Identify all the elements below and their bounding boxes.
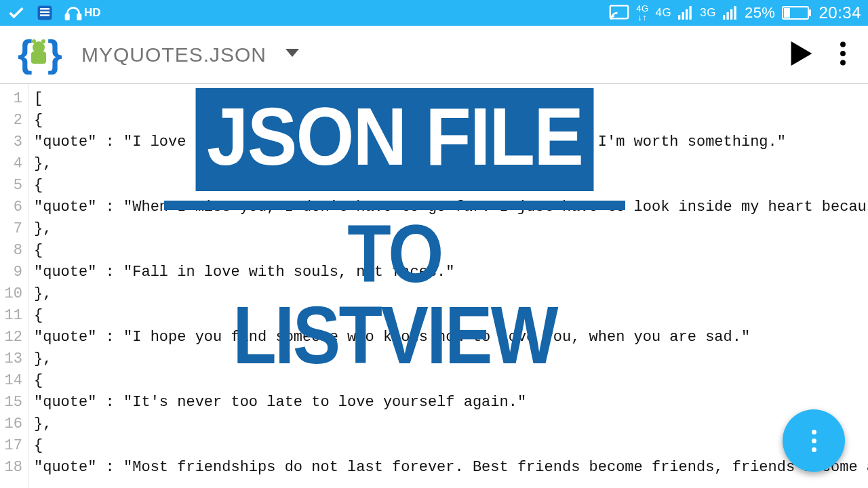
svg-text:{: { [18, 32, 33, 75]
line-number: 15 [0, 392, 22, 413]
code-editor[interactable]: 123456789101112131415161718 [{"quote" : … [0, 84, 868, 488]
line-number: 13 [0, 348, 22, 370]
svg-rect-5 [78, 14, 81, 20]
svg-rect-21 [31, 52, 46, 64]
line-number: 3 [0, 131, 22, 153]
line-number: 2 [0, 110, 22, 131]
svg-rect-2 [40, 12, 50, 13]
list-icon [35, 3, 54, 22]
app-toolbar: { } MYQUOTES.JSON [0, 26, 868, 84]
code-line[interactable]: }, [34, 153, 868, 175]
line-number: 4 [0, 153, 22, 175]
code-line[interactable]: }, [34, 283, 868, 305]
code-line[interactable]: { [34, 370, 868, 392]
code-line[interactable]: { [34, 435, 868, 457]
overflow-menu-icon[interactable] [840, 41, 846, 68]
svg-marker-25 [791, 41, 812, 66]
svg-marker-24 [285, 49, 299, 57]
android-status-bar: HD 4G↓↑ 4G 3G 25% 20:34 [0, 0, 868, 26]
check-icon [7, 3, 26, 22]
code-line[interactable]: "quote" : "Fall in love with souls, not … [34, 262, 868, 283]
line-number: 8 [0, 240, 22, 262]
svg-rect-17 [809, 9, 811, 16]
svg-point-26 [840, 41, 846, 47]
more-vert-icon [812, 430, 816, 452]
svg-rect-13 [730, 9, 732, 20]
line-number: 1 [0, 88, 22, 110]
svg-point-28 [840, 60, 846, 65]
cast-icon [609, 5, 629, 21]
svg-point-27 [840, 51, 846, 56]
battery-icon [782, 6, 812, 20]
svg-rect-1 [40, 8, 50, 9]
code-line[interactable]: "quote" : "I hope you find someone who k… [34, 327, 868, 348]
svg-rect-8 [682, 12, 684, 20]
code-line[interactable]: "quote" : "Most friendships do not last … [34, 457, 868, 479]
svg-rect-9 [686, 9, 688, 20]
headphones-icon: HD [64, 5, 101, 20]
line-number: 14 [0, 370, 22, 392]
line-number: 18 [0, 457, 22, 479]
battery-percent: 25% [745, 4, 776, 22]
clock: 20:34 [818, 3, 861, 22]
code-line[interactable]: [ [34, 88, 868, 110]
line-number: 12 [0, 327, 22, 348]
fab-button[interactable] [783, 409, 845, 472]
svg-rect-4 [66, 14, 68, 20]
network-3g-label: 3G [700, 6, 716, 20]
code-line[interactable]: }, [34, 348, 868, 370]
code-line[interactable]: }, [34, 218, 868, 240]
app-icon[interactable]: { } [12, 28, 65, 81]
file-dropdown[interactable]: MYQUOTES.JSON [81, 43, 299, 66]
svg-rect-7 [678, 15, 680, 20]
line-gutter: 123456789101112131415161718 [0, 84, 28, 488]
signal-1-icon [678, 6, 693, 20]
file-title: MYQUOTES.JSON [81, 43, 267, 66]
svg-rect-3 [40, 14, 50, 16]
code-line[interactable]: { [34, 240, 868, 262]
code-line[interactable]: { [34, 305, 868, 327]
code-line[interactable]: "quote" : "It's never too late to love y… [34, 392, 868, 413]
svg-rect-14 [734, 6, 736, 20]
line-number: 9 [0, 262, 22, 283]
code-area[interactable]: [{"quote" : "I love the feeling when you… [28, 84, 868, 488]
svg-point-23 [41, 39, 45, 43]
svg-rect-16 [784, 8, 790, 18]
signal-2-icon [723, 6, 738, 20]
line-number: 5 [0, 175, 22, 197]
line-number: 11 [0, 305, 22, 327]
run-button[interactable] [791, 41, 812, 68]
code-line[interactable]: "quote" : "I love the feeling when you l… [34, 131, 868, 153]
svg-point-22 [32, 39, 36, 43]
line-number: 16 [0, 413, 22, 435]
chevron-down-icon [285, 49, 299, 61]
network-4g-label: 4G [656, 6, 672, 20]
svg-rect-12 [726, 12, 728, 20]
code-line[interactable]: { [34, 110, 868, 131]
line-number: 7 [0, 218, 22, 240]
code-line[interactable]: "quote" : "When I miss you, I don't have… [34, 197, 868, 218]
code-line[interactable]: }, [34, 413, 868, 435]
svg-rect-11 [723, 15, 725, 20]
svg-text:}: } [47, 32, 62, 75]
network-4g-indicator: 4G↓↑ [636, 4, 648, 22]
code-line[interactable]: { [34, 175, 868, 197]
line-number: 17 [0, 435, 22, 457]
line-number: 6 [0, 197, 22, 218]
line-number: 10 [0, 283, 22, 305]
svg-rect-10 [690, 6, 692, 20]
hd-label: HD [84, 6, 101, 20]
